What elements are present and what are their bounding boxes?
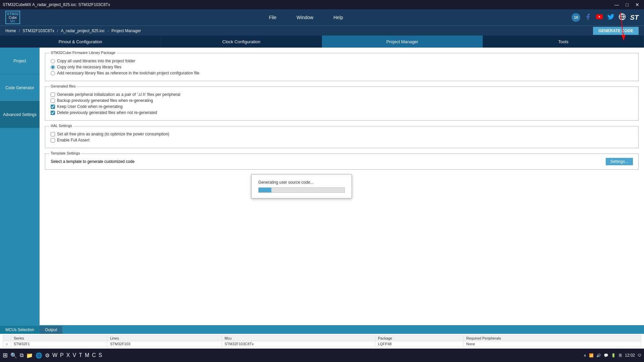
taskbar-task-view-icon[interactable]: ⧉ [20,352,23,358]
breadcrumb-project: A_radar_project_825.ioc [61,28,105,33]
menu-bar: STM32 Cube MX File Window Help 10 ST [0,9,644,25]
twitter-icon[interactable] [607,13,614,22]
tab-pinout[interactable]: Pinout & Configuration [0,36,161,48]
firmware-option-1: Copy all used libraries into the project… [51,59,633,63]
breadcrumb-bar: Home / STM32F103C8Tx / A_radar_project_8… [0,25,644,36]
taskbar-word-icon[interactable]: W [52,352,57,358]
hal-checkbox-2[interactable] [51,138,55,142]
logo-box: STM32 Cube MX [5,11,20,24]
gen-option-2: Backup previously generated files when r… [51,98,633,103]
bottom-table: Series Lines Mcu Package Required Periph… [3,335,641,347]
row-peripherals: None [464,341,641,347]
generate-code-button[interactable]: GENERATE CODE [593,27,639,35]
minimize-button[interactable]: — [612,2,621,7]
breadcrumb-dash: - [107,28,109,33]
bottom-tab-output[interactable]: Output [40,326,62,334]
row-lines: STM32F103 [107,341,222,347]
firmware-section-label: STM32Cube Firmware Library Package [49,51,117,55]
window-menu[interactable]: Window [297,15,313,20]
facebook-icon[interactable] [584,13,592,22]
firmware-radio-2[interactable] [51,65,55,69]
gen-option-3: Keep User Code when re-generating [51,104,633,109]
firmware-radio-1[interactable] [51,59,55,63]
breadcrumb-device[interactable]: STM32F103C8Tx [22,28,54,33]
gen-checkbox-1[interactable] [51,93,55,97]
maximize-button[interactable]: □ [624,2,631,7]
network-icon[interactable] [619,13,626,22]
gen-label-3: Keep User Code when re-generating [57,104,122,109]
help-menu[interactable]: Help [333,15,343,20]
tab-navigation: Pinout & Configuration Clock Configurati… [0,36,644,48]
progress-bar-fill [259,188,271,192]
taskbar: ⊞ 🔍 ⧉ 📁 🌐 ⚙ W P X V T M C S ∧ 📶 🔊 💬 🔋 英 … [0,349,644,362]
taskbar-excel-icon[interactable]: X [66,352,70,358]
template-section: Template Settings Select a template to g… [45,154,639,170]
tab-tools-label: Tools [558,39,568,44]
sidebar-item-advanced-settings-label: Advanced Settings [3,112,37,117]
tab-project-manager-label: Project Manager [386,39,418,44]
template-section-label: Template Settings [49,151,81,155]
col-header-series: Series [11,336,107,341]
hal-checkbox-1[interactable] [51,132,55,136]
content-area: STM32Cube Firmware Library Package Copy … [40,48,644,325]
breadcrumb-sep1: / [19,28,20,33]
logo-area: STM32 Cube MX [5,11,20,24]
firmware-option-3: Add necessary library files as reference… [51,71,633,75]
sidebar-item-advanced-settings[interactable]: Advanced Settings [0,101,40,128]
gen-checkbox-2[interactable] [51,99,55,103]
bottom-tab-mcus[interactable]: MCUs Selection [0,326,40,334]
taskbar-app1-icon[interactable]: ⚙ [45,352,50,359]
gen-checkbox-3[interactable] [51,105,55,109]
systray-notifications-icon[interactable]: 🗨 [638,353,641,357]
systray-network-icon[interactable]: 📶 [589,353,594,358]
taskbar-vba-icon[interactable]: V [72,352,76,358]
systray-expand-icon[interactable]: ∧ [584,353,586,358]
sidebar-item-code-generator[interactable]: Code Generator [0,74,40,101]
hal-option-1: Set all free pins as analog (to optimize… [51,132,633,136]
gen-label-1: Generate peripheral initialization as a … [57,92,180,97]
start-button[interactable]: ⊞ [3,352,8,359]
taskbar-browser-icon[interactable]: 🌐 [36,352,42,359]
col-header-mcu: Mcu [222,336,375,341]
taskbar-search-icon[interactable]: 🔍 [10,352,17,359]
youtube-icon[interactable] [596,13,603,22]
taskbar-app3-icon[interactable]: S [99,352,102,358]
hal-section-label: HAL Settings [49,124,73,128]
systray-wechat-icon[interactable]: 💬 [604,353,608,358]
taskbar-powerpoint-icon[interactable]: P [60,352,64,358]
systray-battery-icon[interactable]: 🔋 [611,353,616,358]
bottom-panel: MCUs Selection Output Series Lines Mcu P… [0,325,644,352]
close-button[interactable]: ✕ [633,2,641,7]
template-settings-button[interactable]: Settings... [606,158,633,165]
svg-marker-4 [622,35,626,41]
row-radio[interactable]: ○ [3,341,11,347]
tab-tools[interactable]: Tools [483,36,644,48]
gen-option-1: Generate peripheral initialization as a … [51,92,633,97]
gen-option-4: Delete previously generated files when n… [51,110,633,115]
gen-checkbox-4[interactable] [51,111,55,115]
col-header-lines: Lines [107,336,222,341]
tab-clock[interactable]: Clock Configuration [161,36,322,48]
firmware-section: STM32Cube Firmware Library Package Copy … [45,53,639,81]
st-logo-icon[interactable]: ST [630,14,639,21]
taskbar-cubemx-icon[interactable]: C [92,352,96,358]
hal-label-2: Enable Full Assert [57,138,90,142]
taskbar-teams-icon[interactable]: T [79,352,82,358]
gen-label-4: Delete previously generated files when n… [57,110,157,115]
taskbar-file-explorer-icon[interactable]: 📁 [26,352,33,359]
sidebar-item-code-generator-label: Code Generator [5,85,34,90]
social-icons: 10 ST [572,13,639,22]
table-row: ○ STM32F1 STM32F103 STM32F103C8Tx LQFP48… [3,341,641,347]
hal-section: HAL Settings Set all free pins as analog… [45,126,639,148]
sidebar-item-project[interactable]: Project [0,48,40,74]
breadcrumb-home[interactable]: Home [5,28,16,33]
row-package: LQFP48 [375,341,463,347]
taskbar-app2-icon[interactable]: M [85,352,89,358]
file-menu[interactable]: File [269,15,277,20]
tab-project-manager[interactable]: Project Manager [322,36,483,48]
firmware-radio-3[interactable] [51,71,55,75]
window-title: STM32CubeMX A_radar_project_825.ioc: STM… [3,2,110,7]
breadcrumb-manager: Project Manager [111,28,141,33]
systray-volume-icon[interactable]: 🔊 [596,353,601,358]
systray-lang[interactable]: 英 [619,353,622,358]
